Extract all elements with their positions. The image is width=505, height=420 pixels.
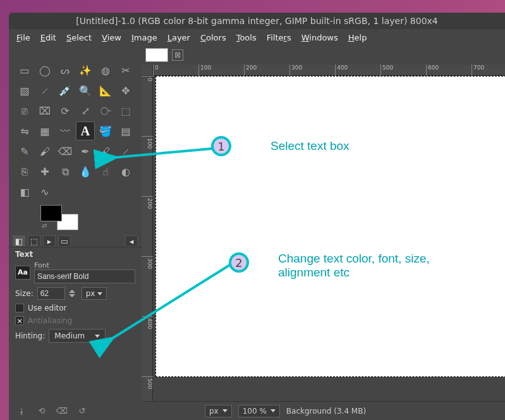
perspective-tool[interactable]: ⬚ (116, 101, 135, 120)
image-area: ⊠ 0100200300400500600700 010020030040050… (142, 46, 505, 420)
measure-tool[interactable]: 📐 (96, 81, 115, 100)
reset-options-icon[interactable]: ↺ (76, 405, 88, 416)
hinting-select[interactable]: Medium (49, 329, 106, 343)
ruler-tick: 500 (380, 65, 393, 76)
pencil-tool[interactable]: ✎ (15, 142, 34, 161)
eraser-tool[interactable]: ⌫ (56, 142, 75, 161)
menu-select[interactable]: Select (63, 32, 95, 44)
ruler-tick: 300 (289, 65, 302, 76)
chevron-up-icon[interactable] (69, 290, 75, 293)
dodge-tool[interactable]: ◐ (116, 162, 135, 181)
menu-image[interactable]: Image (128, 32, 161, 44)
gimp-window: [Untitled]-1.0 (RGB color 8-bit gamma in… (9, 13, 505, 420)
foreground-color[interactable] (40, 205, 62, 221)
ruler-corner (142, 65, 153, 76)
airbrush-tool[interactable]: ✒ (76, 142, 95, 161)
delete-options-icon[interactable]: ⌫ (56, 405, 68, 416)
status-unit-select[interactable]: px (205, 405, 232, 417)
tool-grid: ▭◯ᔕ✨◍✂▧⟋💉🔍📐✥⎚⌧⟳⤢⧃⬚⇋▦〰A🪣▤✎🖌⌫✒🖋⟋⎘✚⧉💧☝◐◧∿ (15, 61, 135, 201)
menu-edit[interactable]: Edit (37, 32, 60, 44)
size-unit-select[interactable]: px (82, 287, 107, 300)
tab-image[interactable]: ▭ (58, 235, 71, 247)
ink-tool[interactable]: 🖋 (96, 142, 115, 161)
foreground-select-tool[interactable]: ▧ (15, 81, 34, 100)
scale-tool[interactable]: ⤢ (76, 101, 95, 120)
ruler-tick: 700 (472, 65, 484, 76)
chevron-down-icon (222, 409, 228, 412)
zoom-tool[interactable]: 🔍 (76, 81, 95, 100)
size-label: Size: (15, 289, 33, 298)
tab-menu-icon[interactable]: ◂ (125, 235, 138, 247)
swap-colors-icon[interactable]: ⇄ (42, 222, 47, 229)
move-tool[interactable]: ✥ (116, 81, 135, 100)
bucket-fill-tool[interactable]: 🪣 (96, 121, 115, 140)
perspective-clone-tool[interactable]: ⧉ (56, 162, 75, 181)
cage-tool[interactable]: ▦ (35, 121, 54, 140)
warp-tool[interactable]: 〰 (56, 121, 75, 140)
text-tool[interactable]: A (76, 121, 95, 140)
ruler-tick: 0 (153, 65, 159, 76)
intelligent-scissors-tool[interactable]: ✂ (116, 61, 135, 80)
by-color-select-tool[interactable]: ◍ (96, 61, 115, 80)
menu-filters[interactable]: Filters (263, 32, 295, 44)
clone-tool[interactable]: ⎘ (15, 162, 34, 181)
tool-options-footer: ⭳ ⟲ ⌫ ↺ (9, 402, 142, 420)
use-editor-checkbox[interactable] (15, 304, 24, 312)
heal-tool[interactable]: ✚ (35, 162, 54, 181)
menu-tools[interactable]: Tools (233, 32, 260, 44)
paths-tool[interactable]: ⟋ (35, 81, 54, 100)
ruler-vertical: 0100200300400500 (142, 76, 153, 401)
image-thumbnail[interactable] (145, 48, 168, 62)
shear-tool[interactable]: ⧃ (96, 101, 115, 120)
free-select-tool[interactable]: ᔕ (56, 61, 75, 80)
color-picker-tool[interactable]: 💉 (56, 81, 75, 100)
ruler-tick: 200 (142, 196, 153, 209)
flip-tool[interactable]: ⇋ (15, 121, 34, 140)
size-spinner[interactable] (69, 290, 78, 297)
size-input[interactable] (37, 287, 65, 300)
option-tabs: ◧ ⬚ ▸ ▭ ◂ (9, 235, 142, 247)
ellipse-select-tool[interactable]: ◯ (35, 61, 54, 80)
desaturate-tool[interactable]: ◧ (15, 182, 34, 201)
window-title: [Untitled]-1.0 (RGB color 8-bit gamma in… (76, 16, 437, 26)
canvas[interactable] (155, 76, 505, 377)
tab-device[interactable]: ⬚ (28, 235, 40, 247)
ruler-tick: 400 (335, 65, 348, 76)
crop-tool[interactable]: ⌧ (35, 101, 54, 120)
menu-colors[interactable]: Colors (197, 32, 230, 44)
align-tool[interactable]: ⎚ (15, 101, 34, 120)
close-image-button[interactable]: ⊠ (172, 49, 183, 61)
rotate-tool[interactable]: ⟳ (56, 101, 75, 120)
chevron-down-icon[interactable] (69, 294, 75, 297)
rect-select-tool[interactable]: ▭ (15, 61, 34, 80)
fuzzy-select-tool[interactable]: ✨ (76, 61, 95, 80)
fg-bg-color[interactable]: ⇄ (40, 205, 78, 230)
menu-windows[interactable]: Windows (298, 32, 342, 44)
restore-options-icon[interactable]: ⟲ (35, 405, 48, 416)
menu-layer[interactable]: Layer (164, 32, 194, 44)
tab-tool-options[interactable]: ◧ (13, 235, 25, 247)
curves-tool[interactable]: ∿ (35, 182, 54, 201)
left-dock: ▭◯ᔕ✨◍✂▧⟋💉🔍📐✥⎚⌧⟳⤢⧃⬚⇋▦〰A🪣▤✎🖌⌫✒🖋⟋⎘✚⧉💧☝◐◧∿ ⇄… (9, 46, 142, 420)
font-preview-icon[interactable]: Aa (15, 266, 30, 280)
blur-tool[interactable]: 💧 (76, 162, 95, 181)
font-input[interactable] (34, 269, 135, 283)
gradient-tool[interactable]: ▤ (116, 121, 135, 140)
menu-view[interactable]: View (98, 32, 125, 44)
menu-help[interactable]: Help (344, 32, 371, 44)
paintbrush-tool[interactable]: 🖌 (35, 142, 54, 161)
status-zoom-select[interactable]: 100 % (238, 405, 280, 417)
hinting-label: Hinting: (15, 331, 45, 340)
save-options-icon[interactable]: ⭳ (15, 405, 28, 416)
chevron-down-icon (97, 292, 102, 295)
ruler-tick: 400 (142, 316, 153, 329)
menubar[interactable]: File Edit Select View Image Layer Colors… (9, 29, 505, 46)
ruler-tick: 500 (142, 376, 153, 389)
menu-file[interactable]: File (13, 32, 34, 44)
mypaint-brush-tool[interactable]: ⟋ (116, 142, 135, 161)
tab-history[interactable]: ▸ (43, 235, 56, 247)
ruler-tick: 0 (142, 76, 153, 82)
smudge-tool[interactable]: ☝ (96, 162, 115, 181)
toolbox: ▭◯ᔕ✨◍✂▧⟋💉🔍📐✥⎚⌧⟳⤢⧃⬚⇋▦〰A🪣▤✎🖌⌫✒🖋⟋⎘✚⧉💧☝◐◧∿ ⇄ (9, 46, 142, 235)
antialiasing-checkbox[interactable]: × (15, 316, 24, 325)
